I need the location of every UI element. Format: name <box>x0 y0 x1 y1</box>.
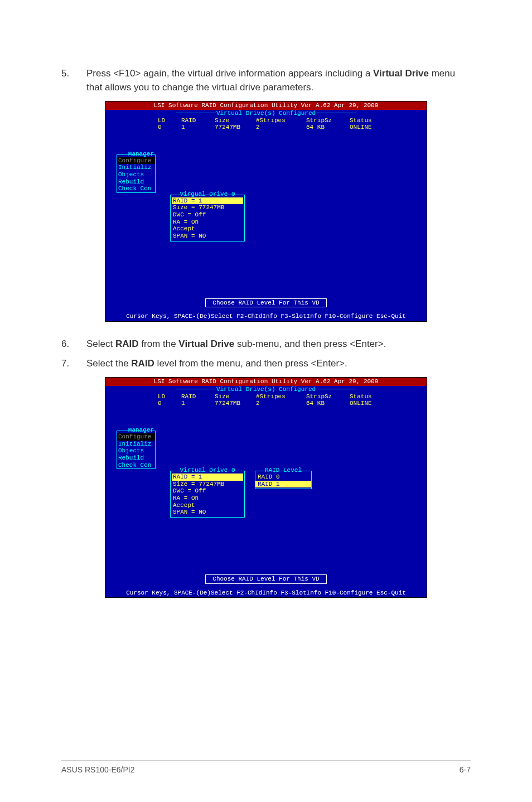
vd-ra-field[interactable]: RA = On <box>172 495 243 502</box>
vd-accept[interactable]: Accept <box>172 502 243 509</box>
vd-dwc-field[interactable]: DWC = Off <box>172 211 243 219</box>
sidebar-item-check-consistency[interactable]: Check Con <box>117 185 155 192</box>
bios-screenshot-1: LSI Software RAID Configuration Utility … <box>105 101 427 322</box>
raid-level-1[interactable]: RAID 1 <box>255 481 311 488</box>
vd-table-row: 0177247MB264 KBONLINE <box>105 124 427 131</box>
step-number: 6. <box>61 337 86 351</box>
key-hints-footer: Cursor Keys, SPACE-(De)Select F2-ChIdInf… <box>105 588 427 598</box>
hint-bar: Choose RAID Level For This VD <box>205 574 327 584</box>
sidebar-item-configure[interactable]: Configure <box>117 157 155 165</box>
vd-size-field[interactable]: Size = 77247MB <box>172 481 243 488</box>
sidebar-item-initialize[interactable]: Initializ <box>117 164 155 171</box>
footer-model: ASUS RS100-E6/PI2 <box>61 765 135 774</box>
step-number: 5. <box>61 67 86 94</box>
utility-title: LSI Software RAID Configuration Utility … <box>105 378 427 386</box>
virtual-drive-submenu: Virtual Drive 0 RAID = 1 Size = 77247MB … <box>170 471 245 518</box>
virtual-drive-submenu: Virgual Drive 0 RAID = 1 Size = 77247MB … <box>170 195 245 241</box>
vd-table-header: LDRAIDSize#StripesStripSzStatus <box>105 117 427 124</box>
manager-sidebar: Manager Configure Initializ Objects Rebu… <box>117 154 156 193</box>
vd-raid-field[interactable]: RAID = 1 <box>172 474 243 481</box>
vd-accept[interactable]: Accept <box>172 225 243 233</box>
section-subtitle: Virtual Drive(s) Configured <box>105 110 427 117</box>
raid-level-0[interactable]: RAID 0 <box>255 474 311 481</box>
vd-span-field[interactable]: SPAN = NO <box>172 509 243 516</box>
hint-bar: Choose RAID Level For This VD <box>205 298 327 308</box>
sidebar-item-rebuild[interactable]: Rebuild <box>117 178 155 186</box>
footer-page-number: 6-7 <box>460 765 471 774</box>
vd-span-field[interactable]: SPAN = NO <box>172 233 243 240</box>
vd-dwc-field[interactable]: DWC = Off <box>172 487 243 495</box>
sidebar-item-objects[interactable]: Objects <box>117 447 155 455</box>
section-subtitle: Virtual Drive(s) Configured <box>105 386 427 393</box>
bios-screenshot-2: LSI Software RAID Configuration Utility … <box>105 377 427 598</box>
sidebar-item-objects[interactable]: Objects <box>117 171 155 178</box>
sidebar-item-initialize[interactable]: Initializ <box>117 441 155 448</box>
step-number: 7. <box>61 357 86 371</box>
utility-title: LSI Software RAID Configuration Utility … <box>105 102 427 110</box>
vd-size-field[interactable]: Size = 77247MB <box>172 204 243 211</box>
sidebar-item-check-consistency[interactable]: Check Con <box>117 462 155 469</box>
raid-level-menu: RAID Level RAID 0 RAID 1 <box>255 471 312 489</box>
vd-table-row: 0177247MB264 KBONLINE <box>105 400 427 407</box>
step-text: Select RAID from the Virtual Drive sub-m… <box>86 337 471 351</box>
sidebar-item-rebuild[interactable]: Rebuild <box>117 455 155 462</box>
vd-table-header: LDRAIDSize#StripesStripSzStatus <box>105 393 427 400</box>
step-text: Select the RAID level from the menu, and… <box>86 357 471 371</box>
manager-sidebar: Manager Configure Initializ Objects Rebu… <box>117 431 156 469</box>
key-hints-footer: Cursor Keys, SPACE-(De)Select F2-ChIdInf… <box>105 312 427 321</box>
vd-ra-field[interactable]: RA = On <box>172 219 243 226</box>
step-text: Press <F10> again, the virtual drive inf… <box>86 67 471 94</box>
sidebar-item-configure[interactable]: Configure <box>117 433 155 441</box>
vd-raid-field[interactable]: RAID = 1 <box>172 197 243 205</box>
